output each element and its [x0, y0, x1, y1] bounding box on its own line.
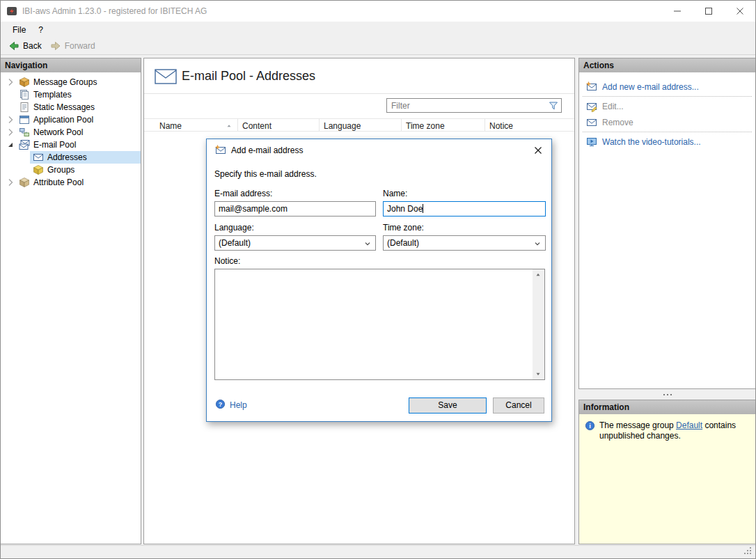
timezone-label: Time zone: — [383, 223, 424, 233]
application-window-icon — [19, 114, 30, 125]
envelope-icon — [33, 152, 44, 163]
tree-item-groups[interactable]: Groups — [1, 164, 141, 176]
filter-funnel-icon[interactable] — [548, 100, 559, 111]
panel-splitter[interactable] — [578, 389, 756, 400]
notice-label: Notice: — [214, 256, 240, 266]
tree-item-network-pool[interactable]: Network Pool — [1, 126, 141, 139]
column-header-timezone[interactable]: Time zone — [402, 119, 485, 131]
separator — [583, 96, 752, 97]
sort-ascending-icon — [226, 123, 233, 129]
envelope-add-icon — [215, 145, 226, 156]
app-window: IBI-aws Admin 1.23.0 - registered for IB… — [0, 0, 756, 559]
column-header-content[interactable]: Content — [238, 119, 320, 131]
forward-arrow-icon — [50, 40, 61, 52]
scroll-up-icon[interactable] — [535, 271, 542, 278]
dialog-close-button[interactable] — [533, 145, 544, 156]
tree-item-application-pool[interactable]: Application Pool — [1, 113, 141, 126]
back-button[interactable]: Back — [6, 39, 47, 53]
timezone-dropdown[interactable]: (Default) — [383, 235, 546, 251]
column-header-notice[interactable]: Notice — [485, 119, 574, 131]
dialog-title: Add e-mail address — [231, 145, 303, 155]
scrollbar[interactable] — [533, 269, 544, 379]
close-button[interactable] — [724, 1, 755, 22]
envelope-large-icon — [155, 68, 178, 88]
email-address-field[interactable]: mail@sample.com — [214, 201, 376, 216]
selected-row-highlight: Addresses — [30, 151, 141, 164]
network-icon — [19, 127, 30, 138]
dialog-description: Specify this e-mail address. — [214, 169, 317, 179]
action-edit[interactable]: Edit... — [579, 98, 755, 114]
tree-item-attribute-pool[interactable]: Attribute Pool — [1, 176, 141, 189]
add-email-address-dialog: Add e-mail address Specify this e-mail a… — [206, 139, 552, 422]
table-header: Name Content Language Time zone Notice — [144, 118, 574, 132]
information-message: The message group Default contains unpub… — [599, 420, 747, 441]
resize-grip[interactable] — [744, 547, 753, 556]
navigation-header: Navigation — [1, 58, 141, 72]
toolbar: Back Forward — [1, 38, 755, 55]
cube-orange-icon — [19, 77, 30, 88]
templates-icon — [19, 89, 30, 100]
separator — [583, 132, 752, 132]
video-tutorial-icon — [586, 136, 597, 148]
actions-panel: Actions Add new e-mail address... Edit..… — [578, 58, 756, 389]
static-messages-icon — [19, 102, 30, 113]
cube-yellow-icon — [33, 164, 44, 175]
envelope-stack-icon — [19, 139, 30, 150]
tree-item-email-pool[interactable]: E-mail Pool — [1, 139, 141, 151]
chevron-right-icon[interactable] — [5, 177, 16, 188]
cancel-button[interactable]: Cancel — [493, 397, 544, 414]
help-icon — [215, 399, 226, 411]
text-caret — [423, 204, 423, 213]
language-dropdown[interactable]: (Default) — [214, 235, 376, 251]
chevron-down-icon — [533, 239, 542, 249]
menu-bar: File ? — [1, 22, 755, 38]
app-icon — [6, 6, 17, 17]
envelope-edit-icon — [586, 101, 597, 112]
tree-item-message-groups[interactable]: Message Groups — [1, 76, 141, 88]
actions-header: Actions — [579, 58, 755, 72]
chevron-down-icon[interactable] — [5, 139, 16, 150]
info-icon — [585, 420, 595, 431]
maximize-button[interactable] — [693, 1, 724, 22]
name-field[interactable]: John Doe — [383, 201, 546, 216]
tree-item-templates[interactable]: Templates — [1, 88, 141, 101]
envelope-add-icon — [586, 81, 597, 93]
action-watch-video-tutorials[interactable]: Watch the video-tutorials... — [579, 134, 755, 150]
action-remove[interactable]: Remove — [579, 114, 755, 130]
cube-tan-icon — [19, 177, 30, 188]
help-link[interactable]: Help — [230, 400, 247, 410]
menu-file[interactable]: File — [6, 23, 32, 37]
notice-textarea[interactable] — [214, 269, 545, 380]
main-header: E-mail Pool - Addresses — [144, 58, 574, 94]
information-header: Information — [579, 400, 755, 414]
menu-help[interactable]: ? — [32, 23, 49, 37]
right-panel: Actions Add new e-mail address... Edit..… — [578, 58, 756, 544]
filter-input[interactable] — [387, 99, 561, 112]
name-label: Name: — [383, 189, 407, 198]
tree-item-static-messages[interactable]: Static Messages — [1, 101, 141, 113]
chevron-right-icon[interactable] — [5, 127, 16, 138]
language-label: Language: — [214, 223, 254, 233]
action-add-new-email-address[interactable]: Add new e-mail address... — [579, 79, 755, 95]
back-arrow-icon — [8, 40, 19, 52]
chevron-down-icon — [363, 239, 372, 249]
column-header-language[interactable]: Language — [320, 119, 402, 131]
information-panel: Information The message group Default co… — [578, 400, 756, 544]
minimize-button[interactable] — [661, 1, 693, 22]
title-bar: IBI-aws Admin 1.23.0 - registered for IB… — [1, 1, 755, 22]
forward-button[interactable]: Forward — [47, 39, 101, 53]
email-address-label: E-mail address: — [214, 189, 272, 198]
scroll-down-icon[interactable] — [535, 370, 542, 377]
window-title: IBI-aws Admin 1.23.0 - registered for IB… — [22, 6, 207, 16]
column-header-name[interactable]: Name — [144, 119, 238, 131]
chevron-right-icon[interactable] — [5, 77, 16, 88]
default-message-group-link[interactable]: Default — [676, 420, 702, 430]
splitter-dots-icon — [663, 394, 665, 395]
chevron-right-icon[interactable] — [5, 114, 16, 125]
page-title: E-mail Pool - Addresses — [182, 69, 315, 84]
filter-box — [386, 98, 562, 113]
tree-item-addresses[interactable]: Addresses — [1, 151, 141, 164]
navigation-panel: Navigation Message Groups Templates — [1, 58, 141, 544]
status-bar — [1, 545, 755, 558]
save-button[interactable]: Save — [409, 397, 487, 414]
